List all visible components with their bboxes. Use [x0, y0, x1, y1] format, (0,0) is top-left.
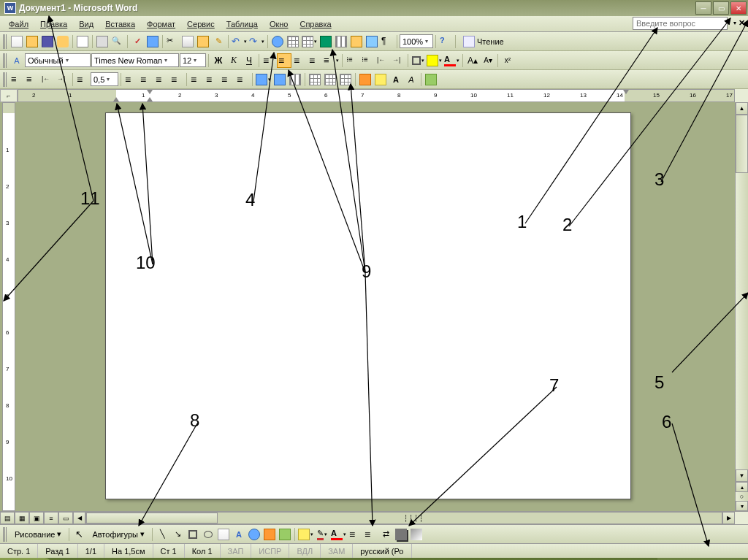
- save-button[interactable]: [40, 34, 55, 49]
- tables-borders-button[interactable]: [286, 34, 300, 49]
- status-rec[interactable]: ЗАП: [221, 544, 252, 558]
- indent-value-combo[interactable]: 0,5: [91, 72, 118, 86]
- picture-button[interactable]: [278, 527, 292, 542]
- document-page[interactable]: [105, 112, 631, 499]
- tb3-btn-11[interactable]: [288, 72, 302, 87]
- menu-help[interactable]: Справка: [294, 18, 337, 30]
- fill-color-button[interactable]: [297, 527, 314, 542]
- style-combo[interactable]: Обычный: [25, 53, 91, 67]
- toolbar-handle[interactable]: [3, 72, 7, 87]
- reading-view-button[interactable]: ▭: [58, 512, 73, 524]
- grow-font-button[interactable]: A▴: [465, 53, 480, 68]
- font-color-button[interactable]: [443, 53, 460, 68]
- toolbar-handle[interactable]: [3, 53, 7, 68]
- permission-button[interactable]: [56, 34, 70, 49]
- indent-right-button[interactable]: [56, 72, 70, 87]
- highlight-button[interactable]: [426, 53, 443, 68]
- toolbar-handle[interactable]: [3, 527, 7, 542]
- menu-table[interactable]: Таблица: [221, 18, 264, 30]
- increase-indent-button[interactable]: [391, 53, 405, 68]
- maximize-button[interactable]: ▭: [713, 1, 729, 15]
- horizontal-ruler[interactable]: 21123456789101112131415161718: [18, 89, 735, 102]
- tb3-btn-4[interactable]: [169, 72, 184, 87]
- print-view-button[interactable]: ▣: [29, 512, 44, 524]
- tb3-btn-12[interactable]: [308, 72, 322, 87]
- format-painter-button[interactable]: ✎: [211, 34, 226, 49]
- document-close-button[interactable]: ✕: [739, 18, 745, 28]
- font-combo[interactable]: Times New Roman: [91, 53, 179, 67]
- tb3-btn-15[interactable]: [358, 72, 373, 87]
- status-language[interactable]: русский (Ро: [353, 544, 411, 558]
- italic-button[interactable]: К: [226, 53, 241, 68]
- toolbar-handle[interactable]: [3, 34, 7, 49]
- shadow-button[interactable]: [394, 527, 408, 542]
- tb3-btn-8[interactable]: [235, 72, 250, 87]
- copy-button[interactable]: [180, 34, 195, 49]
- insert-table-button[interactable]: [301, 34, 318, 49]
- close-button[interactable]: ✕: [730, 1, 747, 15]
- tb3-btn-16[interactable]: [373, 72, 388, 87]
- cut-button[interactable]: [165, 34, 180, 49]
- tb3-btn-2[interactable]: [139, 72, 153, 87]
- status-ovr[interactable]: ЗАМ: [321, 544, 353, 558]
- bold-button[interactable]: Ж: [211, 53, 226, 68]
- web-view-button[interactable]: ▦: [15, 512, 29, 524]
- status-ext[interactable]: ВДЛ: [289, 544, 321, 558]
- hscroll-thumb[interactable]: [86, 513, 218, 523]
- scroll-up-button[interactable]: ▲: [736, 102, 748, 115]
- align-right-button[interactable]: [292, 53, 307, 68]
- tb3-btn-3[interactable]: [154, 72, 169, 87]
- open-button[interactable]: [25, 34, 39, 49]
- tb3-btn-13[interactable]: [323, 72, 337, 87]
- para-after-button[interactable]: [25, 72, 39, 87]
- align-center-button[interactable]: [277, 53, 291, 68]
- menu-file[interactable]: Файл: [3, 18, 34, 30]
- help-search-input[interactable]: [633, 17, 728, 30]
- browse-object-button[interactable]: ○: [736, 492, 748, 501]
- next-page-button[interactable]: ▾: [736, 501, 748, 511]
- print-button[interactable]: [95, 34, 110, 49]
- menu-format[interactable]: Формат: [141, 18, 181, 30]
- line-color-button[interactable]: ✎: [315, 527, 329, 542]
- clipart-button[interactable]: [262, 527, 277, 542]
- dash-style-button[interactable]: [363, 527, 378, 542]
- menu-insert[interactable]: Вставка: [99, 18, 141, 30]
- drawing-menu-button[interactable]: Рисование ▾: [9, 527, 66, 542]
- outline-view-button[interactable]: ≡: [44, 512, 58, 524]
- vertical-scrollbar[interactable]: ▲ ▼ ▴ ○ ▾: [735, 102, 748, 511]
- normal-view-button[interactable]: ▤: [0, 512, 15, 524]
- indent-left-button[interactable]: [40, 72, 55, 87]
- shrink-font-button[interactable]: A▾: [481, 53, 495, 68]
- print-preview-button[interactable]: [110, 34, 125, 49]
- align-justify-button[interactable]: [308, 53, 322, 68]
- line-button[interactable]: ╲: [155, 527, 169, 542]
- zoom-combo[interactable]: 100%: [400, 34, 433, 48]
- menu-window[interactable]: Окно: [264, 18, 294, 30]
- tb3-btn-14[interactable]: [338, 72, 353, 87]
- arrow-style-button[interactable]: ⇄: [378, 527, 393, 542]
- line-style-button[interactable]: [348, 527, 362, 542]
- vertical-ruler[interactable]: 12345678910: [2, 102, 15, 511]
- autoshapes-button[interactable]: Автофигуры ▾: [87, 527, 150, 542]
- oval-button[interactable]: [201, 527, 215, 542]
- scroll-left-button[interactable]: ◀: [73, 512, 85, 524]
- para-before-button[interactable]: [9, 72, 24, 87]
- select-objects-button[interactable]: ↖: [72, 527, 86, 542]
- underline-button[interactable]: Ч: [242, 53, 256, 68]
- left-indent-icon[interactable]: [75, 72, 90, 87]
- redo-button[interactable]: [248, 34, 265, 49]
- tb3-btn-10[interactable]: [272, 72, 287, 87]
- tb3-btn-5[interactable]: [189, 72, 204, 87]
- font-color-draw-button[interactable]: [330, 527, 347, 542]
- new-button[interactable]: [9, 34, 24, 49]
- line-spacing-button[interactable]: [323, 53, 340, 68]
- minimize-button[interactable]: ─: [695, 1, 711, 15]
- decrease-indent-button[interactable]: [375, 53, 390, 68]
- research-button[interactable]: [145, 34, 160, 49]
- read-mode-button[interactable]: Чтение: [458, 34, 509, 49]
- tb3-btn-17[interactable]: A: [389, 72, 403, 87]
- spelling-button[interactable]: ✓: [130, 34, 145, 49]
- tb3-btn-7[interactable]: [220, 72, 234, 87]
- arrow-button[interactable]: ↘: [170, 527, 185, 542]
- drawing-button[interactable]: [349, 34, 364, 49]
